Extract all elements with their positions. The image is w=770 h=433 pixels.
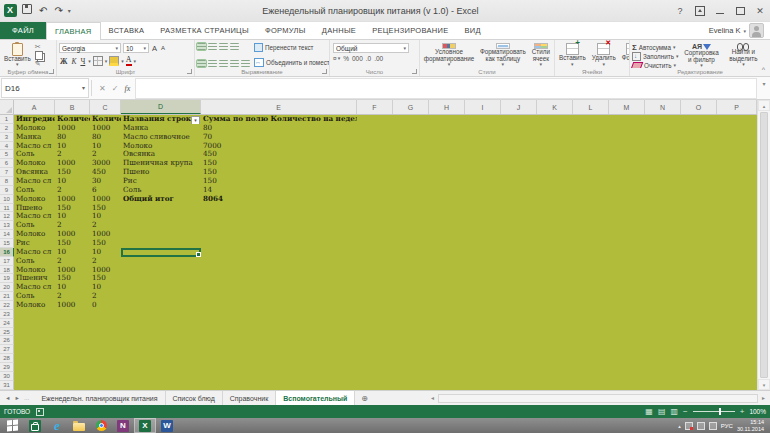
- cell-D17[interactable]: [121, 257, 201, 266]
- cell-E4[interactable]: 7000: [201, 142, 357, 151]
- shrink-font-button[interactable]: А: [160, 44, 166, 53]
- align-right-icon[interactable]: [219, 60, 228, 67]
- cell-B14[interactable]: 1000: [55, 230, 90, 239]
- cell-D15[interactable]: [121, 239, 201, 248]
- align-middle-icon[interactable]: [208, 43, 217, 50]
- cell-C13[interactable]: 2: [90, 221, 121, 230]
- cell-A20[interactable]: Масло сл: [14, 283, 55, 292]
- restore-button[interactable]: [730, 0, 750, 21]
- zoom-slider[interactable]: [693, 411, 735, 412]
- cell-D20[interactable]: [121, 283, 201, 292]
- close-button[interactable]: ✕: [750, 0, 770, 21]
- format-painter-button[interactable]: ✎: [35, 60, 43, 68]
- sheet-tab-справочник[interactable]: Справочник: [223, 391, 277, 405]
- row-header-9[interactable]: 9: [0, 186, 14, 195]
- cell-E30[interactable]: [201, 372, 357, 381]
- tab-данные[interactable]: ДАННЫЕ: [314, 22, 364, 39]
- taskbar-ie-app[interactable]: e: [46, 418, 68, 433]
- cell-E9[interactable]: 14: [201, 186, 357, 195]
- cell-C26[interactable]: [90, 336, 121, 345]
- cell-D11[interactable]: [121, 204, 201, 213]
- cell-D8[interactable]: Рис: [121, 177, 201, 186]
- clipboard-dialog-launcher-icon[interactable]: [49, 69, 54, 74]
- cell-E25[interactable]: [201, 328, 357, 337]
- cell-B27[interactable]: [55, 345, 90, 354]
- cell-B6[interactable]: 1000: [55, 159, 90, 168]
- cell-D14[interactable]: [121, 230, 201, 239]
- column-header-B[interactable]: B: [55, 100, 90, 114]
- cell-E18[interactable]: [201, 266, 357, 275]
- add-sheet-button[interactable]: ⊕: [355, 391, 374, 405]
- cell-A23[interactable]: [14, 310, 55, 319]
- cell-C16[interactable]: 10: [90, 248, 121, 257]
- cell-A31[interactable]: [14, 381, 55, 390]
- taskbar-start-button[interactable]: [0, 418, 24, 433]
- number-format-select[interactable]: Общий▾: [333, 43, 409, 53]
- sheet-tab-вспомогательный[interactable]: Вспомогательный: [276, 390, 355, 405]
- column-header-C[interactable]: C: [90, 100, 121, 114]
- name-box[interactable]: D16 ▾: [1, 78, 89, 98]
- row-header-15[interactable]: 15: [0, 239, 14, 248]
- cell-C4[interactable]: 10: [90, 142, 121, 151]
- cell-D4[interactable]: Молоко: [121, 142, 201, 151]
- macro-record-icon[interactable]: [36, 408, 44, 416]
- vertical-scroll-thumb[interactable]: [760, 112, 768, 378]
- cell-B15[interactable]: 150: [55, 239, 90, 248]
- row-header-13[interactable]: 13: [0, 221, 14, 230]
- taskbar-folder-app[interactable]: [68, 418, 90, 433]
- cell-B28[interactable]: [55, 354, 90, 363]
- cell-B30[interactable]: [55, 372, 90, 381]
- taskbar-chrome-app[interactable]: [90, 418, 112, 433]
- column-header-L[interactable]: L: [573, 100, 609, 114]
- vertical-scrollbar[interactable]: ▴ ▾: [757, 100, 770, 390]
- cell-B21[interactable]: 2: [55, 292, 90, 301]
- fill-handle[interactable]: [196, 252, 201, 257]
- cell-B17[interactable]: 2: [55, 257, 90, 266]
- column-header-I[interactable]: I: [465, 100, 501, 114]
- sheet-tab-список-блюд[interactable]: Список блюд: [166, 391, 223, 405]
- cell-B7[interactable]: 150: [55, 168, 90, 177]
- row-header-1[interactable]: 1: [0, 115, 14, 124]
- volume-icon[interactable]: [709, 422, 717, 430]
- underline-button[interactable]: Ч: [79, 57, 86, 66]
- column-header-E[interactable]: E: [201, 100, 357, 114]
- cell-B9[interactable]: 2: [55, 186, 90, 195]
- cell-C11[interactable]: 150: [90, 204, 121, 213]
- pivot-filter-icon[interactable]: ▾: [191, 116, 200, 124]
- cell-A29[interactable]: [14, 363, 55, 372]
- borders-button[interactable]: [93, 56, 103, 66]
- row-header-8[interactable]: 8: [0, 177, 14, 186]
- align-bottom-icon[interactable]: [219, 43, 228, 50]
- cell-D23[interactable]: [121, 310, 201, 319]
- decrease-decimal-button[interactable]: .00: [374, 55, 383, 62]
- redo-button[interactable]: ↷: [52, 5, 64, 17]
- cell-C1[interactable]: Количест: [90, 115, 121, 124]
- cell-B20[interactable]: 10: [55, 283, 90, 292]
- cell-E14[interactable]: [201, 230, 357, 239]
- cell-A12[interactable]: Масло сл: [14, 212, 55, 221]
- cell-C15[interactable]: 150: [90, 239, 121, 248]
- cell-D6[interactable]: Пшеничная крупа: [121, 159, 201, 168]
- cell-A27[interactable]: [14, 345, 55, 354]
- cell-A25[interactable]: [14, 328, 55, 337]
- cell-E1[interactable]: Сумма по полю Количество на неделю: [201, 115, 357, 124]
- view-page-break-icon[interactable]: ▥: [670, 407, 678, 417]
- row-header-28[interactable]: 28: [0, 354, 14, 363]
- cell-E21[interactable]: [201, 292, 357, 301]
- cell-B10[interactable]: 1000: [55, 195, 90, 204]
- conditional-formatting-button[interactable]: Условное форматирование▾: [422, 42, 476, 68]
- cell-C2[interactable]: 1000: [90, 124, 121, 133]
- insert-cells-button[interactable]: Вставить▾: [557, 42, 588, 68]
- grow-font-button[interactable]: А: [151, 44, 158, 53]
- cell-E13[interactable]: [201, 221, 357, 230]
- column-header-M[interactable]: M: [609, 100, 645, 114]
- account-area[interactable]: Evelina K ▾: [709, 22, 770, 39]
- zoom-level[interactable]: 100%: [749, 408, 766, 415]
- cell-D5[interactable]: Овсянка: [121, 150, 201, 159]
- scroll-down-icon[interactable]: ▾: [758, 379, 770, 390]
- cell-D12[interactable]: [121, 212, 201, 221]
- align-center-icon[interactable]: [208, 60, 217, 67]
- cell-C23[interactable]: [90, 310, 121, 319]
- format-as-table-button[interactable]: Форматировать как таблицу▾: [478, 42, 528, 68]
- formula-input[interactable]: [135, 78, 757, 99]
